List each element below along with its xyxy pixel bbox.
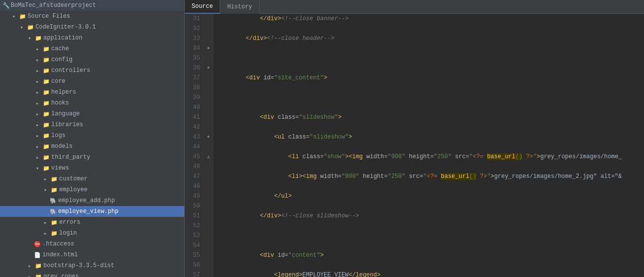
file-php-icon: 🐘 <box>49 197 57 205</box>
arrow-icon <box>41 218 49 226</box>
arrow-icon <box>34 110 41 118</box>
arrow-icon <box>34 153 41 161</box>
sidebar-item-htaccess[interactable]: ⛔ .htaccess <box>0 239 184 249</box>
file-php-icon: 🐘 <box>49 208 57 215</box>
sidebar-item-customer[interactable]: customer <box>0 173 184 184</box>
sidebar-label: helpers <box>51 89 76 96</box>
arrow-icon <box>26 34 34 42</box>
folder-icon <box>42 77 50 85</box>
project-root[interactable]: 🔧 BoMaTec_afstudeerproject <box>0 0 184 11</box>
sidebar-item-employee-view[interactable]: 🐘 employee_view.php <box>0 206 184 217</box>
folder-icon <box>50 229 58 237</box>
sidebar-label: core <box>51 78 66 85</box>
folder-icon <box>42 132 50 139</box>
sidebar-item-hooks[interactable]: hooks <box>0 98 184 108</box>
sidebar-item-views[interactable]: views <box>0 163 184 173</box>
sidebar-item-index-html[interactable]: 📄 index.html <box>0 249 184 260</box>
arrow-icon <box>10 12 18 20</box>
sidebar-item-third-party[interactable]: third_party <box>0 152 184 163</box>
arrow-icon <box>41 186 49 194</box>
arrow-icon <box>41 229 49 237</box>
sidebar-label: views <box>51 165 69 172</box>
sidebar-label: login <box>59 230 77 237</box>
line-numbers: 31 32 33 34 35 36 37 38 39 40 41 42 43 4… <box>185 14 203 277</box>
sidebar-label: libraries <box>51 121 83 128</box>
arrow-icon <box>26 273 34 277</box>
sidebar-label: language <box>51 110 80 117</box>
sidebar-label: config <box>51 56 72 63</box>
sidebar-label: grey_ropes <box>43 273 79 277</box>
code-content[interactable]: </div><!--close banner--> </div><!--clos… <box>213 14 644 277</box>
code-area[interactable]: 31 32 33 34 35 36 37 38 39 40 41 42 43 4… <box>185 14 644 277</box>
folder-icon <box>42 121 50 129</box>
sidebar-item-errors[interactable]: errors <box>0 217 184 228</box>
sidebar-label: controllers <box>51 67 90 74</box>
folder-icon <box>42 99 50 107</box>
folder-icon <box>42 88 50 96</box>
sidebar-item-source-files[interactable]: Source Files <box>0 11 184 22</box>
file-htaccess-icon: ⛔ <box>34 240 41 248</box>
sidebar-item-logs[interactable]: logs <box>0 130 184 141</box>
folder-icon <box>42 45 50 53</box>
sidebar-item-controllers[interactable]: controllers <box>0 65 184 76</box>
tab-history[interactable]: History <box>220 0 259 14</box>
folder-icon <box>42 67 50 74</box>
sidebar-item-grey-ropes[interactable]: grey_ropes <box>0 271 184 277</box>
arrow-icon <box>18 23 26 31</box>
arrow-icon <box>26 262 34 270</box>
folder-icon <box>42 142 50 150</box>
arrow-icon <box>34 67 41 74</box>
folder-icon <box>42 110 50 118</box>
sidebar-item-cache[interactable]: cache <box>0 43 184 54</box>
sidebar-item-codeigniter[interactable]: CodeIgniter-3.0.1 <box>0 22 184 33</box>
sidebar-item-core[interactable]: core <box>0 76 184 87</box>
arrow-icon <box>34 77 41 85</box>
sidebar-label: customer <box>59 175 88 182</box>
gutter: + + + ⚠ <box>203 14 213 277</box>
arrow-icon <box>34 99 41 107</box>
sidebar-label: employee <box>59 186 88 193</box>
code-editor: Source History 31 32 33 34 35 36 37 38 3… <box>185 0 644 277</box>
arrow-icon <box>34 45 41 53</box>
sidebar-item-libraries[interactable]: libraries <box>0 119 184 130</box>
folder-icon <box>50 175 58 183</box>
arrow-icon <box>34 164 41 172</box>
arrow-icon <box>34 121 41 129</box>
sidebar-label: models <box>51 143 72 150</box>
folder-icon <box>34 262 42 270</box>
sidebar-label: bootstrap-3.3.5-dist <box>43 262 114 269</box>
tab-source[interactable]: Source <box>185 0 220 14</box>
arrow-icon <box>41 175 49 183</box>
file-html-icon: 📄 <box>34 251 41 259</box>
sidebar-item-models[interactable]: models <box>0 141 184 152</box>
arrow-icon <box>34 132 41 139</box>
sidebar-item-application[interactable]: application <box>0 33 184 43</box>
sidebar-item-helpers[interactable]: helpers <box>0 87 184 98</box>
sidebar-label: index.html <box>42 251 78 258</box>
folder-icon <box>42 164 50 172</box>
sidebar-label: logs <box>51 132 66 139</box>
project-icon: 🔧 <box>2 1 10 9</box>
folder-icon <box>19 12 27 20</box>
sidebar-item-config[interactable]: config <box>0 54 184 65</box>
sidebar-label: hooks <box>51 100 69 106</box>
folder-icon <box>34 34 42 42</box>
sidebar-label: CodeIgniter-3.0.1 <box>35 24 96 31</box>
sidebar-label: employee_view.php <box>58 208 118 215</box>
sidebar-item-employee-add[interactable]: 🐘 employee_add.php <box>0 195 184 206</box>
sidebar-label: errors <box>59 219 80 226</box>
sidebar-item-login[interactable]: login <box>0 228 184 239</box>
sidebar-label: .htaccess <box>42 241 74 247</box>
sidebar-label: third_party <box>51 154 90 161</box>
sidebar-item-employee[interactable]: employee <box>0 184 184 195</box>
folder-icon <box>50 186 58 194</box>
sidebar-label: Source Files <box>28 13 70 20</box>
sidebar-item-bootstrap[interactable]: bootstrap-3.3.5-dist <box>0 260 184 271</box>
sidebar-label: application <box>43 35 82 41</box>
sidebar-item-language[interactable]: language <box>0 108 184 119</box>
arrow-icon <box>34 56 41 64</box>
sidebar-label: employee_add.php <box>58 197 115 204</box>
sidebar-label: cache <box>51 45 69 52</box>
arrow-icon <box>34 88 41 96</box>
folder-icon <box>42 153 50 161</box>
